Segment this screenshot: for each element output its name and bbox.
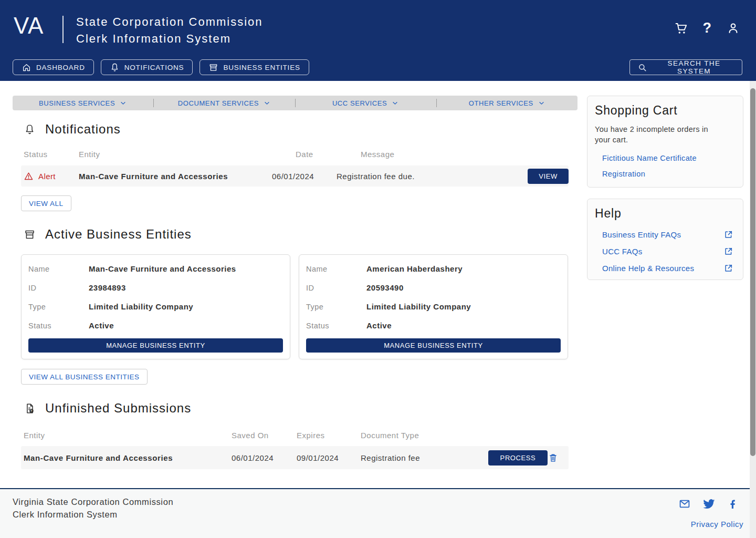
- submission-document-type: Registration fee: [361, 453, 488, 462]
- footer-line2: Clerk Information System: [13, 508, 173, 521]
- field-label-status: Status: [28, 322, 89, 330]
- search-system-button[interactable]: SEARCH THE SYSTEM: [629, 59, 742, 75]
- entity-status: Active: [89, 321, 114, 330]
- facebook-icon[interactable]: [727, 498, 739, 510]
- home-icon: [22, 63, 32, 73]
- field-label-name: Name: [306, 265, 366, 273]
- nav-notifications-button[interactable]: NOTIFICATIONS: [101, 59, 193, 75]
- external-link-icon[interactable]: [723, 230, 733, 240]
- business-entity-faqs-link[interactable]: Business Entity FAQs: [602, 230, 681, 239]
- notification-message: Registration fee due.: [337, 172, 528, 181]
- cart-order-link[interactable]: Fictitious Name Certificate Registration: [602, 150, 733, 182]
- help-panel: Help Business Entity FAQs UCC FAQs: [587, 199, 743, 280]
- unfinished-title-text: Unfinished Submissions: [45, 401, 191, 416]
- help-link-row: Business Entity FAQs: [595, 226, 736, 243]
- entity-cards: NameMan-Cave Furniture and Accessories I…: [21, 254, 569, 359]
- unfinished-submissions-section: ? Unfinished Submissions Entity Saved On…: [21, 401, 569, 469]
- help-link-row: UCC FAQs: [595, 243, 736, 260]
- app-header: VA State Corporation Commission Clerk In…: [0, 0, 756, 81]
- entity-status: Active: [366, 321, 392, 330]
- column-entity: Entity: [79, 150, 296, 159]
- help-title: Help: [595, 206, 736, 221]
- svg-text:?: ?: [30, 409, 33, 412]
- delete-submission-icon[interactable]: [548, 452, 559, 463]
- account-icon[interactable]: [726, 21, 740, 35]
- va-logo: VA: [14, 13, 44, 39]
- notifications-title-text: Notifications: [45, 122, 121, 137]
- view-all-entities-button[interactable]: VIEW ALL BUSINESS ENTITIES: [21, 369, 148, 385]
- column-date: Date: [296, 150, 361, 159]
- business-services-label: BUSINESS SERVICES: [39, 99, 115, 107]
- notification-status-text: Alert: [38, 172, 56, 181]
- entity-id: 23984893: [89, 283, 126, 292]
- submission-row: Man-Cave Furniture and Accessories 06/01…: [21, 446, 569, 469]
- help-link-row: Online Help & Resources: [595, 260, 736, 276]
- column-saved-on: Saved On: [232, 431, 297, 440]
- twitter-icon[interactable]: [702, 498, 715, 510]
- unfinished-column-headers: Entity Saved On Expires Document Type: [21, 431, 569, 440]
- document-question-icon: ?: [24, 402, 36, 415]
- column-entity: Entity: [24, 431, 232, 440]
- nav-dashboard-button[interactable]: DASHBOARD: [13, 59, 94, 75]
- chevron-down-icon: [538, 99, 545, 107]
- footer-line1: Virginia State Corporation Commission: [13, 495, 173, 508]
- scrollbar-thumb[interactable]: [750, 88, 755, 456]
- manage-entity-button[interactable]: MANAGE BUSINESS ENTITY: [28, 338, 283, 353]
- email-icon[interactable]: [678, 498, 691, 510]
- entity-id: 20593490: [366, 283, 404, 292]
- footer-text: Virginia State Corporation Commission Cl…: [13, 495, 173, 521]
- ucc-services-menu[interactable]: UCC SERVICES: [296, 99, 436, 107]
- search-system-label: SEARCH THE SYSTEM: [654, 59, 734, 75]
- manage-entity-button[interactable]: MANAGE BUSINESS ENTITY: [306, 338, 561, 353]
- submission-entity: Man-Cave Furniture and Accessories: [24, 453, 232, 462]
- cart-icon[interactable]: [674, 21, 688, 35]
- field-label-type: Type: [306, 303, 366, 311]
- ucc-services-label: UCC SERVICES: [332, 99, 387, 107]
- nav-notifications-label: NOTIFICATIONS: [124, 64, 184, 71]
- field-label-type: Type: [28, 303, 89, 311]
- help-links: Business Entity FAQs UCC FAQs: [595, 226, 736, 276]
- notifications-section: Notifications Status Entity Date Message…: [21, 122, 569, 211]
- notification-status: Alert: [24, 171, 79, 181]
- brand-divider: [62, 16, 64, 43]
- shopping-cart-title: Shopping Cart: [595, 104, 736, 118]
- document-services-menu[interactable]: DOCUMENT SERVICES: [154, 99, 295, 107]
- view-all-notifications-button[interactable]: VIEW ALL: [21, 195, 71, 211]
- entity-name: American Haberdashery: [366, 264, 463, 273]
- view-notification-button[interactable]: VIEW: [528, 169, 569, 184]
- chevron-down-icon: [391, 99, 399, 107]
- primary-nav: DASHBOARD NOTIFICATIONS: [13, 59, 309, 75]
- privacy-policy-link[interactable]: Privacy Policy: [691, 520, 743, 529]
- column-expires: Expires: [297, 431, 361, 440]
- column-document-type: Document Type: [361, 431, 569, 440]
- notifications-column-headers: Status Entity Date Message: [21, 150, 569, 159]
- shopping-cart-message: You have 2 incomplete orders in your car…: [595, 124, 723, 145]
- active-entities-title-text: Active Business Entities: [45, 227, 192, 242]
- scrollbar-track[interactable]: [750, 81, 756, 538]
- notification-date: 06/01/2024: [272, 172, 337, 181]
- external-link-icon[interactable]: [723, 263, 733, 273]
- submission-expires: 09/01/2024: [297, 453, 361, 462]
- bell-icon: [110, 63, 120, 73]
- alert-triangle-icon: [24, 171, 34, 181]
- business-services-menu[interactable]: BUSINESS SERVICES: [13, 99, 153, 107]
- page-footer: Virginia State Corporation Commission Cl…: [0, 488, 756, 538]
- column-status: Status: [24, 150, 79, 159]
- nav-business-entities-button[interactable]: BUSINESS ENTITIES: [200, 59, 309, 75]
- chevron-down-icon: [263, 99, 271, 107]
- external-link-icon[interactable]: [723, 246, 733, 256]
- entity-card: NameMan-Cave Furniture and Accessories I…: [21, 254, 290, 359]
- bell-icon: [24, 123, 36, 136]
- other-services-menu[interactable]: OTHER SERVICES: [437, 99, 578, 107]
- storefront-icon: [24, 229, 36, 241]
- services-bar: BUSINESS SERVICES DOCUMENT SERVICES UCC …: [13, 96, 578, 110]
- entity-card: NameAmerican Haberdashery ID20593490 Typ…: [299, 254, 568, 359]
- notifications-title: Notifications: [21, 122, 569, 137]
- help-icon[interactable]: ?: [703, 21, 712, 35]
- shopping-cart-panel: Shopping Cart You have 2 incomplete orde…: [587, 96, 743, 188]
- process-submission-button[interactable]: PROCESS: [488, 450, 548, 465]
- ucc-faqs-link[interactable]: UCC FAQs: [602, 247, 643, 256]
- online-help-resources-link[interactable]: Online Help & Resources: [602, 264, 694, 273]
- nav-business-entities-label: BUSINESS ENTITIES: [223, 64, 300, 71]
- column-message: Message: [361, 150, 569, 159]
